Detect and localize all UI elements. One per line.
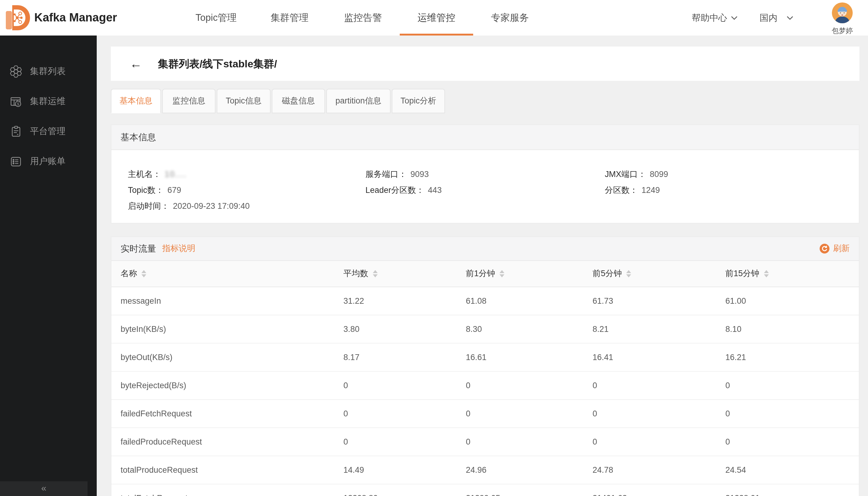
- region-label: 国内: [760, 12, 777, 24]
- nav-monitoring-alerts[interactable]: 监控告警: [326, 0, 400, 35]
- region-menu[interactable]: 国内: [760, 12, 793, 24]
- metric-value-cell: 61.08: [457, 296, 583, 306]
- sort-icon[interactable]: [141, 270, 146, 277]
- sort-icon[interactable]: [626, 270, 631, 277]
- metric-value-cell: 0: [457, 437, 583, 446]
- metric-value-cell: 24.96: [457, 465, 583, 475]
- metric-value-cell: 0: [716, 409, 859, 418]
- metric-value-cell: 3.80: [334, 325, 457, 334]
- tab-topic-analysis[interactable]: Topic分析: [392, 89, 445, 113]
- metric-value-cell: 0: [583, 409, 716, 418]
- sidebar-item-label: 用户账单: [30, 156, 65, 167]
- metric-value-cell: 16.21: [716, 353, 859, 362]
- avatar: [832, 2, 853, 26]
- table-row: totalProduceRequest14.4924.9624.7824.54: [111, 456, 859, 484]
- metric-value-cell: 0: [583, 437, 716, 446]
- field-jmx-port: JMX端口：8099: [605, 168, 859, 180]
- metric-value-cell: 21401.62: [583, 494, 716, 496]
- column-header-average[interactable]: 平均数: [334, 268, 457, 279]
- header-right: 帮助中心 国内: [692, 0, 868, 35]
- main-content: ← 集群列表/线下stable集群/ 基本信息 监控信息 Topic信息 磁盘信…: [97, 35, 868, 496]
- metric-value-cell: 0: [334, 381, 457, 390]
- tab-topic-info[interactable]: Topic信息: [217, 89, 271, 113]
- metric-value-cell: 16.61: [457, 353, 583, 362]
- column-header-name[interactable]: 名称: [111, 268, 334, 279]
- sort-icon[interactable]: [373, 270, 377, 277]
- metric-value-cell: 0: [716, 437, 859, 446]
- chevron-down-icon: [731, 16, 738, 20]
- realtime-traffic-card: 实时流量 指标说明 刷新 名称: [111, 236, 859, 496]
- sort-icon[interactable]: [500, 270, 504, 277]
- metric-value-cell: 8.21: [583, 325, 716, 334]
- metric-name-cell: byteRejected(B/s): [111, 381, 334, 390]
- nav-expert-services[interactable]: 专家服务: [473, 0, 547, 35]
- metric-name-cell: messageIn: [111, 296, 334, 306]
- table-dollar-icon: $: [9, 94, 23, 109]
- sidebar-item-label: 平台管理: [30, 125, 65, 137]
- table-row: totalFetchRequest13308.8021399.0521401.6…: [111, 484, 859, 496]
- column-header-last-1-min[interactable]: 前1分钟: [457, 268, 583, 279]
- metric-value-cell: 24.54: [716, 465, 859, 475]
- page-title: 集群列表/线下stable集群/: [158, 57, 277, 71]
- metric-value-cell: 8.17: [334, 353, 457, 362]
- sidebar-collapse-button[interactable]: «: [0, 481, 88, 496]
- realtime-traffic-title: 实时流量: [121, 243, 156, 254]
- help-center-menu[interactable]: 帮助中心: [692, 12, 738, 24]
- refresh-label: 刷新: [833, 243, 850, 254]
- metrics-table-body: messageIn31.2261.0861.7361.00byteIn(KB/s…: [111, 287, 859, 496]
- column-header-last-15-min[interactable]: 前15分钟: [716, 268, 859, 279]
- sidebar-item-platform-admin[interactable]: 平台管理: [0, 117, 97, 146]
- metric-value-cell: 0: [457, 409, 583, 418]
- metric-name-cell: totalProduceRequest: [111, 465, 334, 475]
- tab-partition-info[interactable]: partition信息: [326, 89, 391, 113]
- metric-value-cell: 61.73: [583, 296, 716, 306]
- back-button[interactable]: ←: [130, 58, 142, 70]
- table-row: failedFetchRequest0000: [111, 400, 859, 428]
- field-leader-partition-count: Leader分区数：443: [365, 184, 605, 196]
- metric-value-cell: 21228.01: [716, 494, 859, 496]
- table-row: byteRejected(B/s)0000: [111, 372, 859, 400]
- metrics-table-header: 名称 平均数 前1分钟 前5分钟: [111, 261, 859, 287]
- metric-value-cell: 31.22: [334, 296, 457, 306]
- help-center-label: 帮助中心: [692, 12, 727, 24]
- tab-basic-info[interactable]: 基本信息: [111, 89, 161, 113]
- field-partition-count: 分区数：1249: [605, 184, 859, 196]
- basic-info-fields: 主机名：10.... 服务端口：9093 JMX端口：8099 Topic数：6…: [111, 150, 859, 223]
- nav-ops-control[interactable]: 运维管控: [400, 0, 473, 35]
- metric-value-cell: 61.00: [716, 296, 859, 306]
- kafka-manager-app: Kafka Manager Topic管理 集群管理 监控告警 运维管控 专家服…: [0, 0, 868, 496]
- nav-topic-management[interactable]: Topic管理: [179, 0, 253, 35]
- sidebar-item-label: 集群列表: [30, 65, 65, 77]
- refresh-button[interactable]: 刷新: [820, 243, 850, 254]
- metric-description-link[interactable]: 指标说明: [162, 243, 195, 254]
- nav-cluster-management[interactable]: 集群管理: [253, 0, 326, 35]
- metric-name-cell: byteIn(KB/s): [111, 325, 334, 334]
- tab-monitor-info[interactable]: 监控信息: [162, 89, 216, 113]
- sidebar-item-cluster-list[interactable]: 集群列表: [0, 56, 97, 86]
- sidebar-item-user-billing[interactable]: 用户账单: [0, 146, 97, 176]
- chevron-down-icon: [787, 16, 793, 20]
- metric-value-cell: 13308.80: [334, 494, 457, 496]
- metric-value-cell: 14.49: [334, 465, 457, 475]
- column-header-last-5-min[interactable]: 前5分钟: [583, 268, 716, 279]
- sort-icon[interactable]: [764, 270, 769, 277]
- metric-value-cell: 0: [334, 409, 457, 418]
- metric-value-cell: 8.30: [457, 325, 583, 334]
- metric-value-cell: 8.10: [716, 325, 859, 334]
- svg-text:$: $: [17, 101, 19, 106]
- breadcrumb: ← 集群列表/线下stable集群/: [111, 47, 859, 81]
- tab-disk-info[interactable]: 磁盘信息: [272, 89, 325, 113]
- metric-value-cell: 16.41: [583, 353, 716, 362]
- sidebar-item-cluster-ops[interactable]: $ 集群运维: [0, 86, 97, 117]
- refresh-icon: [820, 244, 830, 253]
- metric-name-cell: totalFetchRequest: [111, 494, 334, 496]
- metric-name-cell: failedFetchRequest: [111, 409, 334, 418]
- metric-name-cell: byteOut(KB/s): [111, 353, 334, 362]
- metric-value-cell: 0: [457, 381, 583, 390]
- field-topic-count: Topic数：679: [128, 184, 365, 196]
- basic-info-card: 基本信息 主机名：10.... 服务端口：9093 JMX端口：8099: [111, 124, 859, 223]
- top-bar: Kafka Manager Topic管理 集群管理 监控告警 运维管控 专家服…: [0, 0, 868, 35]
- metric-value-cell: 0: [583, 381, 716, 390]
- user-menu[interactable]: 包梦婷: [825, 0, 859, 35]
- field-service-port: 服务端口：9093: [365, 168, 605, 180]
